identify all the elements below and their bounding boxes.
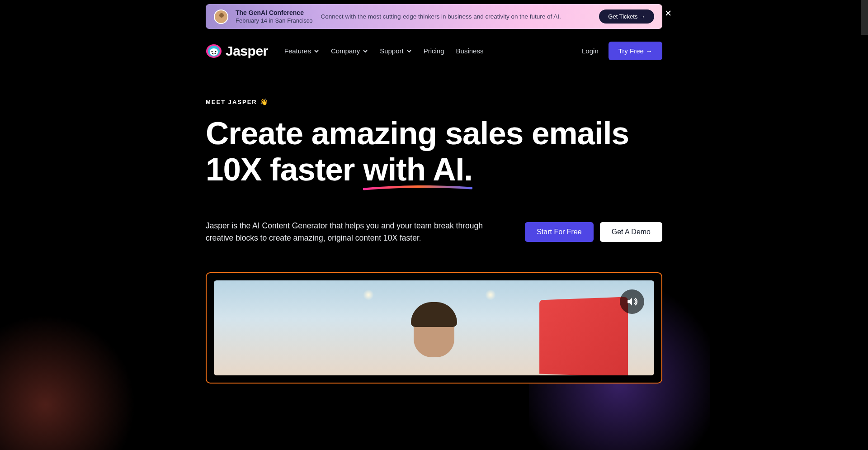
login-link[interactable]: Login [582,47,599,55]
video-light-decoration [485,289,496,300]
meet-text: MEET JASPER [206,99,257,105]
logo[interactable]: Jasper [206,43,268,59]
nav-right: Login Try Free → [582,42,662,60]
banner-text-block: The GenAI Conference February 14 in San … [236,9,313,24]
nav-label: Support [380,47,404,55]
get-a-demo-button[interactable]: Get A Demo [600,222,662,242]
video-player[interactable] [214,280,654,375]
chevron-down-icon [363,48,368,54]
svg-point-4 [215,51,217,52]
hero-description: Jasper is the AI Content Generator that … [206,220,504,244]
nav-label: Company [331,47,360,55]
volume-icon [626,296,638,308]
underlined-text: with AI. [363,152,472,187]
svg-point-2 [210,48,218,56]
nav-label: Features [284,47,311,55]
video-laptop-graphic [539,297,628,376]
hero-title-underlined: with AI. [363,152,472,188]
hero-title-line2-start: 10X faster [206,152,363,187]
banner-avatar [214,9,228,24]
scrollbar-track[interactable] [861,0,868,35]
hero-section: MEET JASPER 👋 Create amazing sales email… [206,73,662,384]
hero-title-line1: Create amazing sales emails [206,115,629,151]
close-banner-button[interactable] [663,8,674,20]
banner-subtitle: February 14 in San Francisco [236,17,313,24]
person-hair [411,302,457,327]
video-light-decoration [363,289,374,300]
nav-item-support[interactable]: Support [380,47,412,55]
underline-decoration-icon [363,185,472,191]
get-tickets-button[interactable]: Get Tickets → [599,9,654,24]
main-navigation: Jasper Features Company Support Pricing … [206,29,662,73]
try-free-button[interactable]: Try Free → [609,42,662,60]
nav-item-features[interactable]: Features [284,47,319,55]
banner-description: Connect with the most cutting-edge think… [321,13,561,20]
video-frame [206,272,662,384]
background-gradient-left [0,314,136,450]
nav-item-business[interactable]: Business [456,47,484,55]
chevron-down-icon [406,48,412,54]
nav-label: Pricing [424,47,444,55]
nav-item-company[interactable]: Company [331,47,368,55]
wave-emoji-icon: 👋 [260,98,269,105]
logo-text: Jasper [226,43,268,59]
start-for-free-button[interactable]: Start For Free [525,222,594,242]
close-icon [665,9,672,17]
svg-point-3 [212,51,213,52]
meet-jasper-label: MEET JASPER 👋 [206,98,662,105]
hero-cta-buttons: Start For Free Get A Demo [525,222,662,242]
banner-title: The GenAI Conference [236,9,313,16]
jasper-logo-icon [206,44,222,58]
chevron-down-icon [314,48,319,54]
nav-label: Business [456,47,484,55]
hero-title: Create amazing sales emails 10X faster w… [206,115,662,187]
nav-items: Features Company Support Pricing Busines… [284,47,484,55]
nav-item-pricing[interactable]: Pricing [424,47,444,55]
video-person-graphic [389,285,479,375]
volume-button[interactable] [620,289,644,314]
hero-cta-row: Jasper is the AI Content Generator that … [206,220,662,244]
person-head [414,308,454,357]
announcement-banner: The GenAI Conference February 14 in San … [206,4,662,29]
